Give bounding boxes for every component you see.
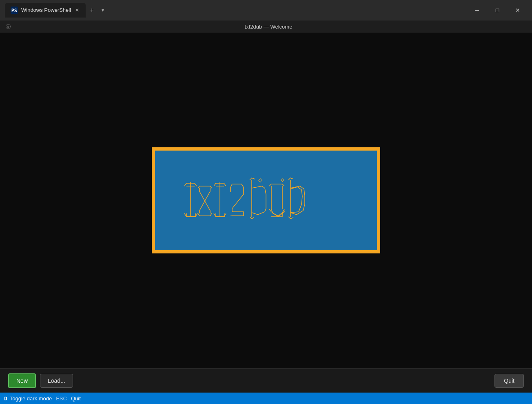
powershell-icon: PS bbox=[11, 7, 18, 14]
window-controls: ─ □ ✕ bbox=[468, 4, 527, 17]
tab-close-button[interactable]: ✕ bbox=[74, 7, 80, 13]
menubar: ○ txt2dub — Welcome bbox=[0, 20, 532, 33]
svg-rect-19 bbox=[259, 179, 262, 182]
ascii-art-logo bbox=[166, 164, 366, 237]
minimize-button[interactable]: ─ bbox=[468, 4, 486, 17]
logo-box bbox=[152, 147, 380, 253]
svg-rect-20 bbox=[281, 179, 284, 182]
close-button[interactable]: ✕ bbox=[508, 4, 527, 17]
statusbar-label-dark-mode: Toggle dark mode bbox=[10, 395, 52, 402]
main-content bbox=[0, 33, 532, 368]
statusbar-separator: ESC bbox=[56, 395, 67, 402]
action-bar: New Load... Quit bbox=[0, 368, 532, 393]
window-title: txt2dub — Welcome bbox=[11, 24, 526, 30]
statusbar-label-quit: Quit bbox=[71, 395, 81, 402]
new-tab-button[interactable]: + bbox=[86, 4, 98, 16]
tab-label: Windows PowerShell bbox=[21, 7, 71, 13]
titlebar: PS Windows PowerShell ✕ + ▾ ─ □ ✕ bbox=[0, 0, 532, 20]
load-button[interactable]: Load... bbox=[40, 374, 73, 388]
tab-dropdown-button[interactable]: ▾ bbox=[98, 4, 108, 16]
active-tab[interactable]: PS Windows PowerShell ✕ bbox=[5, 3, 86, 18]
svg-text:PS: PS bbox=[11, 7, 17, 13]
statusbar: D Toggle dark mode ESC Quit bbox=[0, 393, 532, 404]
menu-circle: ○ bbox=[6, 24, 11, 29]
quit-button[interactable]: Quit bbox=[494, 374, 524, 388]
maximize-button[interactable]: □ bbox=[488, 4, 507, 17]
statusbar-key-d: D bbox=[4, 395, 7, 402]
new-button[interactable]: New bbox=[8, 373, 36, 388]
